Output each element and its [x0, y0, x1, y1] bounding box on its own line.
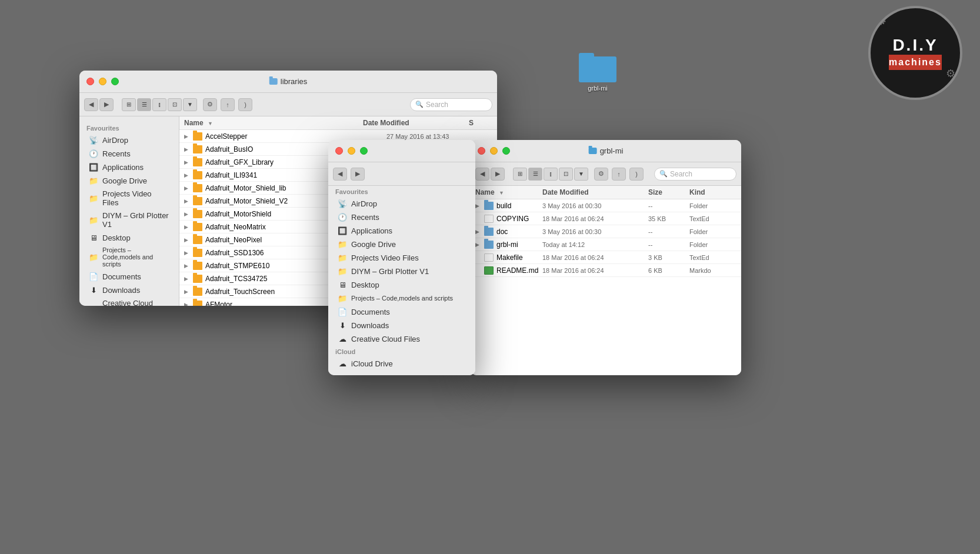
forward-button-w1[interactable]: ▶ [99, 98, 114, 111]
airdrop-button-w1[interactable]: ) [238, 98, 252, 111]
folder-body [579, 56, 616, 82]
table-row[interactable]: ▶ doc 3 May 2016 at 00:30 -- Folder [471, 225, 741, 238]
share-button-w3[interactable]: ↑ [612, 168, 626, 181]
close-button-w3[interactable] [478, 147, 485, 155]
window-content-w3: Name ▼ Date Modified Size Kind ▶ build 3… [471, 186, 741, 375]
expand-arrow[interactable]: ▶ [184, 198, 190, 204]
expand-arrow[interactable]: ▶ [184, 276, 190, 282]
sidebar-item-applications-w1[interactable]: 🔲 Applications [82, 161, 176, 173]
folder-icon [193, 184, 202, 192]
sidebar-item-documents-w2[interactable]: 📄 Documents [331, 305, 473, 318]
expand-arrow[interactable]: ▶ [184, 211, 190, 217]
airdrop-button-w3[interactable]: ) [629, 168, 644, 181]
sidebar-section-favourites-w2: Favourites [328, 186, 475, 196]
col-date-header-w3[interactable]: Date Modified [542, 188, 648, 196]
desktop-folder-grbl[interactable]: grbl-mi [574, 52, 621, 92]
expand-arrow[interactable]: ▶ [184, 172, 190, 178]
col-name-header-w1[interactable]: Name ▼ [184, 119, 363, 127]
icon-view-w1[interactable]: ⊞ [122, 98, 136, 111]
expand-arrow[interactable]: ▶ [184, 224, 190, 230]
expand-arrow[interactable]: ▶ [475, 242, 481, 248]
forward-button-w2[interactable]: ▶ [351, 168, 365, 181]
expand-arrow[interactable]: ▶ [475, 203, 481, 209]
column-view-w3[interactable]: ⫿ [544, 168, 558, 181]
sidebar-item-documents-w1[interactable]: 📄 Documents [82, 270, 176, 283]
sidebar-item-airdrop-w2[interactable]: 📡 AirDrop [331, 197, 473, 210]
search-box-w1[interactable]: 🔍 Search [410, 98, 492, 111]
column-view-w1[interactable]: ⫿ [152, 98, 166, 111]
expand-arrow[interactable]: ▶ [184, 250, 190, 256]
titlebar-w2 [328, 140, 475, 162]
sidebar-item-desktop-w1[interactable]: 🖥 Desktop [82, 231, 176, 244]
text-icon [484, 253, 494, 262]
sidebar-item-projects-code-w1[interactable]: 📁 Projects – Code,models and scripts [82, 245, 176, 269]
sidebar-item-creativecloud-w1[interactable]: ☁ Creative Cloud Files [82, 297, 176, 306]
sidebar-item-recents-w1[interactable]: 🕐 Recents [82, 147, 176, 160]
sidebar-item-googledrive-w2[interactable]: 📁 Google Drive [331, 238, 473, 251]
minimize-button-w3[interactable] [490, 147, 498, 155]
expand-arrow[interactable]: ▶ [184, 289, 190, 295]
sidebar-item-downloads-w2[interactable]: ⬇ Downloads [331, 319, 473, 332]
table-row[interactable]: ▶ build 3 May 2016 at 00:30 -- Folder [471, 199, 741, 212]
minimize-button-w2[interactable] [348, 147, 355, 155]
table-row[interactable]: ▶ grbl-mi Today at 14:12 -- Folder [471, 238, 741, 251]
folder-icon [193, 262, 202, 270]
table-row[interactable]: ▶ Makefile 18 Mar 2016 at 06:24 3 KB Tex… [471, 251, 741, 264]
col-kind-header-w3[interactable]: Kind [689, 188, 736, 196]
close-button-w1[interactable] [86, 78, 94, 85]
sidebar-item-diym-w1[interactable]: 📁 DIYM – Grbl Plotter V1 [82, 209, 176, 231]
sidebar-item-airdrop-w1[interactable]: 📡 AirDrop [82, 134, 176, 146]
view-options-w1[interactable]: ▼ [183, 98, 197, 111]
table-row[interactable]: ▶ README.md 18 Mar 2016 at 06:24 6 KB Ma… [471, 264, 741, 277]
maximize-button-w2[interactable] [360, 147, 368, 155]
sidebar-item-projects-code-w2[interactable]: 📁 Projects – Code,models and scripts [331, 292, 473, 305]
sidebar-item-projects-video-w1[interactable]: 📁 Projects Video Files [82, 188, 176, 209]
expand-arrow[interactable]: ▶ [184, 159, 190, 165]
gallery-view-w1[interactable]: ⊡ [168, 98, 182, 111]
expand-arrow[interactable]: ▶ [184, 185, 190, 191]
maximize-button-w3[interactable] [502, 147, 510, 155]
list-view-w3[interactable]: ☰ [528, 168, 542, 181]
settings-button-w3[interactable]: ⚙ [594, 168, 608, 181]
col-size-header-w1[interactable]: S [469, 119, 492, 127]
minimize-button-w1[interactable] [99, 78, 106, 85]
window-title-libraries: libraries [269, 77, 308, 86]
folder-icon [193, 158, 202, 166]
sidebar-item-downloads-w1[interactable]: ⬇ Downloads [82, 283, 176, 296]
sidebar-item-creativecloud-w2[interactable]: ☁ Creative Cloud Files [331, 332, 473, 345]
sidebar-item-desktop-w2[interactable]: 🖥 Desktop [331, 278, 473, 291]
view-options-w3[interactable]: ▼ [574, 168, 588, 181]
col-size-header-w3[interactable]: Size [648, 188, 689, 196]
search-box-w3[interactable]: 🔍 Search [654, 168, 736, 181]
col-date-header-w1[interactable]: Date Modified [363, 119, 469, 127]
close-button-w2[interactable] [335, 147, 343, 155]
back-button-w2[interactable]: ◀ [333, 168, 347, 181]
sidebar-item-recents-w2[interactable]: 🕐 Recents [331, 211, 473, 223]
expand-arrow[interactable]: ▶ [475, 229, 481, 235]
search-placeholder-w1: Search [426, 101, 448, 109]
gallery-view-w3[interactable]: ⊡ [559, 168, 573, 181]
sidebar-item-googledrive-w1[interactable]: 📁 Google Drive [82, 174, 176, 187]
expand-arrow[interactable]: ▶ [184, 263, 190, 269]
col-name-header-w3[interactable]: Name ▼ [475, 188, 542, 196]
icon-view-w3[interactable]: ⊞ [513, 168, 527, 181]
back-button-w1[interactable]: ◀ [84, 98, 98, 111]
sidebar-item-projects-video-w2[interactable]: 📁 Projects Video Files [331, 251, 473, 264]
back-button-w3[interactable]: ◀ [475, 168, 489, 181]
expand-arrow[interactable]: ▶ [184, 134, 190, 139]
expand-arrow[interactable]: ▶ [184, 237, 190, 243]
expand-arrow[interactable]: ▶ [184, 302, 190, 306]
table-row[interactable]: ▶ COPYING 18 Mar 2016 at 06:24 35 KB Tex… [471, 212, 741, 225]
forward-button-w3[interactable]: ▶ [491, 168, 505, 181]
share-button-w1[interactable]: ↑ [221, 98, 235, 111]
search-placeholder-w3: Search [670, 170, 692, 178]
sidebar-item-applications-w2[interactable]: 🔲 Applications [331, 224, 473, 237]
sidebar-item-diym-w2[interactable]: 📁 DIYM – Grbl Plotter V1 [331, 265, 473, 278]
projects-video-icon-w1: 📁 [89, 193, 98, 203]
settings-button-w1[interactable]: ⚙ [203, 98, 217, 111]
view-buttons-w3: ⊞ ☰ ⫿ ⊡ ▼ [513, 168, 588, 181]
sidebar-item-icloud-w2[interactable]: ☁ iCloud Drive [331, 357, 473, 370]
list-view-w1[interactable]: ☰ [137, 98, 151, 111]
expand-arrow[interactable]: ▶ [184, 146, 190, 152]
maximize-button-w1[interactable] [111, 78, 119, 85]
